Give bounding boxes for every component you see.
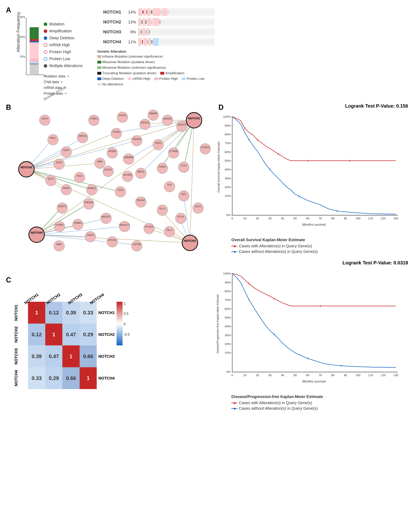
svg-rect-43	[142, 28, 145, 36]
svg-point-193	[144, 223, 154, 234]
svg-point-187	[73, 219, 83, 230]
svg-text:NOTCH1: NOTCH1	[188, 117, 200, 120]
legend-protein-high2: Protein High	[154, 77, 178, 81]
legend-mrna-high2: mRNA High	[128, 77, 150, 81]
svg-text:0: 0	[231, 217, 233, 220]
svg-rect-28	[168, 10, 168, 14]
svg-text:90%: 90%	[225, 281, 231, 284]
svg-point-115	[148, 110, 158, 120]
svg-text:70%: 70%	[225, 142, 231, 145]
svg-point-121	[117, 112, 128, 123]
svg-text:FURIN: FURIN	[56, 223, 63, 226]
svg-text:Months survival: Months survival	[302, 223, 326, 226]
svg-point-181	[157, 205, 168, 216]
svg-rect-21	[147, 10, 147, 14]
svg-text:TWIST1: TWIST1	[58, 205, 67, 208]
legend-protein-high: Protein High	[44, 50, 95, 54]
svg-text:PTCRA: PTCRA	[145, 225, 153, 228]
legend-missense-driver: Missense Mutation (putative driver)	[97, 60, 155, 64]
svg-text:20%: 20%	[225, 342, 231, 346]
svg-text:100%: 100%	[223, 272, 231, 275]
svg-text:E2F5: E2F5	[56, 161, 62, 164]
svg-point-167	[115, 186, 126, 197]
svg-text:20: 20	[256, 217, 259, 220]
svg-text:E2F3: E2F3	[42, 117, 48, 120]
overall-survival-svg: 100% 90% 80% 70% 60% 50% 40% 30% 20% 10%…	[215, 110, 404, 237]
svg-text:100: 100	[356, 217, 360, 220]
svg-text:CREBBP: CREBBP	[123, 156, 134, 159]
dfs-legend-with-alt: ■ Cases with Alteration(s) in Query Gene…	[231, 400, 416, 405]
dfs-legend: Disease/Progression-free Kaplan-Meier Es…	[231, 394, 416, 411]
panel-d: Logrank Test P-Value: 0.156 100% 90% 80%…	[215, 103, 416, 429]
svg-text:FBXW7: FBXW7	[137, 199, 145, 202]
panel-b: NOTCH1 NOTCH2 NOTCH3 NOTCH4 E2F3 RBBP8 R…	[6, 103, 214, 266]
svg-rect-52	[148, 40, 148, 44]
svg-point-135	[54, 159, 64, 170]
svg-point-141	[107, 148, 118, 158]
dfs-svg: 100% 90% 80% 70% 60% 50% 40% 30% 20% 10%…	[215, 266, 404, 394]
cell-3-4: 0.66	[80, 345, 97, 367]
svg-text:AGO2: AGO2	[87, 234, 94, 236]
svg-text:Overall Survival Kaplan-Meier : Overall Survival Kaplan-Meier Estimate	[217, 142, 220, 192]
svg-rect-46	[149, 30, 150, 34]
svg-point-125	[162, 115, 173, 126]
correlation-matrix: NOTCH1 NOTCH2 NOTCH3 NOTCH4 NOTCH1 NOTCH…	[14, 290, 129, 405]
svg-point-131	[77, 132, 88, 143]
svg-rect-26	[161, 10, 162, 14]
svg-text:60: 60	[306, 217, 309, 220]
svg-rect-50	[142, 40, 143, 44]
svg-text:KAT2A: KAT2A	[105, 168, 112, 171]
svg-text:50%: 50%	[225, 159, 231, 163]
svg-line-61	[190, 120, 194, 243]
legend-protein-low2: Protein Low	[182, 77, 205, 81]
svg-text:MIB1: MIB1	[97, 160, 103, 163]
svg-point-197	[54, 241, 64, 251]
legend-multiple: Multiple Alterations	[44, 63, 95, 68]
svg-rect-56	[153, 38, 159, 46]
svg-point-123	[140, 119, 150, 130]
svg-point-119	[89, 115, 99, 126]
svg-text:AXIN1: AXIN1	[159, 165, 166, 168]
svg-point-139	[95, 158, 105, 169]
svg-point-199	[85, 232, 96, 242]
overall-survival-legend: Overall Survival Kaplan-Meier Estimate ■…	[231, 238, 416, 254]
dfs-logrank: Logrank Test P-Value: 0.0318	[215, 260, 408, 266]
svg-text:DLL1: DLL1	[167, 229, 173, 232]
svg-text:B4GALT2: B4GALT2	[119, 223, 130, 226]
svg-rect-38	[160, 20, 160, 24]
cell-4-1: 0.33	[28, 367, 45, 389]
legend-inframe: Inframe Mutation (unknown significance)	[97, 55, 163, 59]
svg-text:DLK2: DLK2	[195, 205, 201, 208]
svg-point-153	[136, 168, 146, 179]
svg-text:TP53: TP53	[118, 189, 123, 192]
svg-point-191	[119, 221, 130, 232]
svg-rect-42	[141, 30, 142, 34]
svg-text:MAML1: MAML1	[88, 187, 96, 190]
svg-text:10%: 10%	[225, 351, 231, 354]
svg-point-203	[132, 241, 142, 251]
svg-text:RBPJL: RBPJL	[137, 170, 145, 173]
svg-point-151	[122, 171, 133, 182]
svg-text:TFDP2: TFDP2	[112, 131, 120, 133]
svg-text:RBBP8: RBBP8	[149, 112, 157, 115]
oncoprint-notch2: NOTCH2 13%	[97, 18, 214, 26]
svg-text:120: 120	[381, 217, 386, 220]
svg-text:40%: 40%	[225, 325, 231, 328]
network-svg: NOTCH1 NOTCH2 NOTCH3 NOTCH4 E2F3 RBBP8 R…	[6, 103, 214, 266]
svg-point-159	[179, 162, 189, 173]
svg-text:ATP2A1: ATP2A1	[108, 239, 117, 242]
svg-rect-45	[147, 28, 149, 36]
svg-text:40: 40	[281, 217, 284, 220]
svg-point-175	[57, 203, 68, 214]
legend-without-alt: ■ Cases without Alteration(s) in Query G…	[231, 249, 416, 254]
svg-point-195	[164, 226, 175, 237]
svg-text:50%: 50%	[225, 316, 231, 319]
svg-rect-54	[151, 40, 152, 44]
svg-point-107	[19, 162, 34, 177]
svg-text:80%: 80%	[225, 290, 231, 293]
svg-text:30: 30	[268, 374, 271, 377]
svg-rect-207	[117, 302, 122, 345]
legend-with-alt: ■ Cases with Alteration(s) in Query Gene…	[231, 244, 416, 248]
svg-line-76	[26, 141, 137, 169]
svg-text:90: 90	[344, 374, 347, 377]
